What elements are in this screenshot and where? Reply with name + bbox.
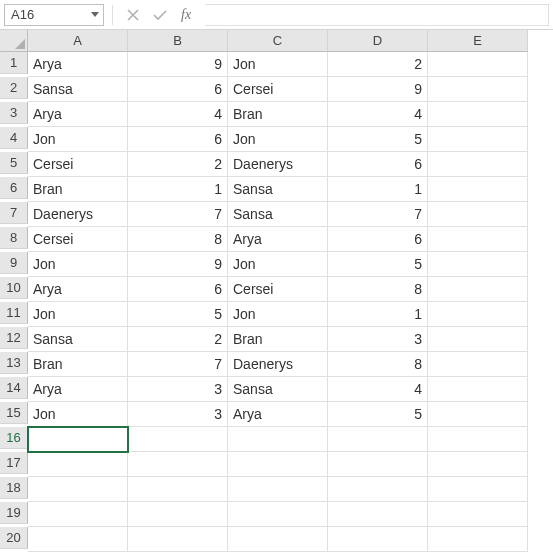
cell-E17[interactable] xyxy=(428,452,528,477)
cell-B12[interactable]: 2 xyxy=(128,327,228,352)
cell-D2[interactable]: 9 xyxy=(328,77,428,102)
row-header-15[interactable]: 15 xyxy=(0,402,28,424)
cell-D4[interactable]: 5 xyxy=(328,127,428,152)
cell-C7[interactable]: Sansa xyxy=(228,202,328,227)
cell-C8[interactable]: Arya xyxy=(228,227,328,252)
cell-C6[interactable]: Sansa xyxy=(228,177,328,202)
cell-B5[interactable]: 2 xyxy=(128,152,228,177)
cell-E20[interactable] xyxy=(428,527,528,552)
cell-A4[interactable]: Jon xyxy=(28,127,128,152)
cell-B17[interactable] xyxy=(128,452,228,477)
cell-B4[interactable]: 6 xyxy=(128,127,228,152)
cell-A13[interactable]: Bran xyxy=(28,352,128,377)
cell-E12[interactable] xyxy=(428,327,528,352)
cell-D11[interactable]: 1 xyxy=(328,302,428,327)
cell-A14[interactable]: Arya xyxy=(28,377,128,402)
cell-B9[interactable]: 9 xyxy=(128,252,228,277)
cell-A6[interactable]: Bran xyxy=(28,177,128,202)
cell-E7[interactable] xyxy=(428,202,528,227)
row-header-11[interactable]: 11 xyxy=(0,302,28,324)
row-header-16[interactable]: 16 xyxy=(0,427,28,449)
cell-D19[interactable] xyxy=(328,502,428,527)
row-header-2[interactable]: 2 xyxy=(0,77,28,99)
cell-C2[interactable]: Cersei xyxy=(228,77,328,102)
cell-C17[interactable] xyxy=(228,452,328,477)
cell-A11[interactable]: Jon xyxy=(28,302,128,327)
cell-B2[interactable]: 6 xyxy=(128,77,228,102)
cell-C3[interactable]: Bran xyxy=(228,102,328,127)
cell-A1[interactable]: Arya xyxy=(28,52,128,77)
formula-input[interactable] xyxy=(205,4,549,26)
cell-C16[interactable] xyxy=(228,427,328,452)
col-header-D[interactable]: D xyxy=(328,30,428,52)
cell-B18[interactable] xyxy=(128,477,228,502)
cell-D20[interactable] xyxy=(328,527,428,552)
cell-D6[interactable]: 1 xyxy=(328,177,428,202)
col-header-E[interactable]: E xyxy=(428,30,528,52)
cell-A12[interactable]: Sansa xyxy=(28,327,128,352)
cell-C13[interactable]: Daenerys xyxy=(228,352,328,377)
select-all-corner[interactable] xyxy=(0,30,28,52)
cell-E1[interactable] xyxy=(428,52,528,77)
cell-C1[interactable]: Jon xyxy=(228,52,328,77)
row-header-7[interactable]: 7 xyxy=(0,202,28,224)
cell-B11[interactable]: 5 xyxy=(128,302,228,327)
cell-B10[interactable]: 6 xyxy=(128,277,228,302)
cell-B16[interactable] xyxy=(128,427,228,452)
cell-C5[interactable]: Daenerys xyxy=(228,152,328,177)
cell-D10[interactable]: 8 xyxy=(328,277,428,302)
cell-D1[interactable]: 2 xyxy=(328,52,428,77)
cell-C15[interactable]: Arya xyxy=(228,402,328,427)
row-header-1[interactable]: 1 xyxy=(0,52,28,74)
cell-D12[interactable]: 3 xyxy=(328,327,428,352)
cell-E19[interactable] xyxy=(428,502,528,527)
enter-icon[interactable] xyxy=(153,9,167,21)
cell-C19[interactable] xyxy=(228,502,328,527)
cell-A15[interactable]: Jon xyxy=(28,402,128,427)
col-header-A[interactable]: A xyxy=(28,30,128,52)
row-header-17[interactable]: 17 xyxy=(0,452,28,474)
row-header-6[interactable]: 6 xyxy=(0,177,28,199)
cell-B6[interactable]: 1 xyxy=(128,177,228,202)
cell-A7[interactable]: Daenerys xyxy=(28,202,128,227)
cell-A8[interactable]: Cersei xyxy=(28,227,128,252)
col-header-C[interactable]: C xyxy=(228,30,328,52)
cell-D3[interactable]: 4 xyxy=(328,102,428,127)
row-header-20[interactable]: 20 xyxy=(0,527,28,549)
fx-icon[interactable]: fx xyxy=(181,7,191,23)
cell-D16[interactable] xyxy=(328,427,428,452)
cell-A19[interactable] xyxy=(28,502,128,527)
cell-B1[interactable]: 9 xyxy=(128,52,228,77)
row-header-3[interactable]: 3 xyxy=(0,102,28,124)
cell-B15[interactable]: 3 xyxy=(128,402,228,427)
row-header-18[interactable]: 18 xyxy=(0,477,28,499)
cell-E10[interactable] xyxy=(428,277,528,302)
row-header-14[interactable]: 14 xyxy=(0,377,28,399)
row-header-4[interactable]: 4 xyxy=(0,127,28,149)
spreadsheet-grid[interactable]: ABCDE1Arya9Jon22Sansa6Cersei93Arya4Bran4… xyxy=(0,30,553,552)
name-box[interactable]: A16 xyxy=(4,4,104,26)
cell-B8[interactable]: 8 xyxy=(128,227,228,252)
cell-B14[interactable]: 3 xyxy=(128,377,228,402)
cancel-icon[interactable] xyxy=(127,9,139,21)
cell-A5[interactable]: Cersei xyxy=(28,152,128,177)
cell-A20[interactable] xyxy=(28,527,128,552)
cell-A16[interactable] xyxy=(28,427,128,452)
row-header-12[interactable]: 12 xyxy=(0,327,28,349)
cell-C4[interactable]: Jon xyxy=(228,127,328,152)
cell-E18[interactable] xyxy=(428,477,528,502)
row-header-9[interactable]: 9 xyxy=(0,252,28,274)
cell-E13[interactable] xyxy=(428,352,528,377)
cell-A10[interactable]: Arya xyxy=(28,277,128,302)
cell-D15[interactable]: 5 xyxy=(328,402,428,427)
cell-E15[interactable] xyxy=(428,402,528,427)
cell-C18[interactable] xyxy=(228,477,328,502)
cell-C11[interactable]: Jon xyxy=(228,302,328,327)
cell-E14[interactable] xyxy=(428,377,528,402)
cell-B3[interactable]: 4 xyxy=(128,102,228,127)
col-header-B[interactable]: B xyxy=(128,30,228,52)
row-header-8[interactable]: 8 xyxy=(0,227,28,249)
cell-B7[interactable]: 7 xyxy=(128,202,228,227)
cell-C9[interactable]: Jon xyxy=(228,252,328,277)
cell-D14[interactable]: 4 xyxy=(328,377,428,402)
